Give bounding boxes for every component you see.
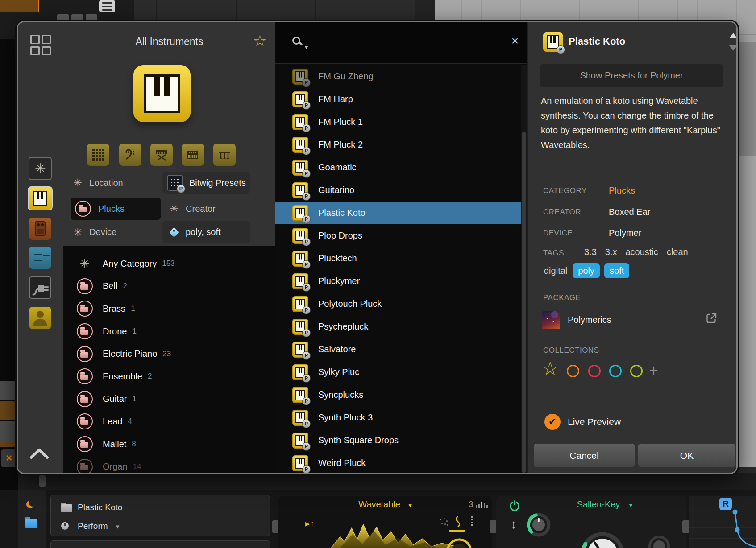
package-name[interactable]: Polymerics	[568, 315, 611, 325]
track-handle[interactable]	[39, 475, 46, 487]
category-item[interactable]: Bell2	[63, 275, 275, 298]
wavetable-header[interactable]: Wavetable ▾	[278, 499, 492, 510]
preset-list-item[interactable]: Syncplucks	[275, 383, 521, 406]
device-preset-name[interactable]: Plastic Koto	[78, 503, 122, 512]
preset-list-item[interactable]: FM Harp	[275, 88, 521, 111]
collapse-chevron-icon[interactable]	[28, 447, 51, 460]
category-item[interactable]: Electric Piano23	[63, 342, 275, 365]
category-item[interactable]: Drone1	[63, 320, 275, 343]
type-filter-bass-button[interactable]	[119, 144, 141, 166]
search-bar[interactable]: ▾ ×	[275, 22, 527, 64]
type-filter-keyboard-button[interactable]	[150, 144, 173, 166]
device-value[interactable]: Polymer	[609, 228, 641, 238]
category-item-any[interactable]: ✳ Any Category 153	[63, 252, 275, 275]
external-link-icon[interactable]	[705, 312, 718, 325]
show-presets-button[interactable]: Show Presets for Polymer	[540, 64, 723, 87]
line-mode-icon[interactable]	[471, 516, 473, 527]
ok-button[interactable]: OK	[638, 444, 735, 467]
updown-arrows-icon[interactable]: ↕	[511, 517, 517, 532]
preset-list-item[interactable]: Synth Pluck 3	[275, 406, 521, 429]
preset-list-item[interactable]: Weird Pluck	[275, 452, 521, 473]
close-icon[interactable]: ×	[511, 35, 519, 47]
cancel-button[interactable]: Cancel	[534, 444, 635, 467]
hamburger-menu-icon[interactable]	[99, 0, 115, 12]
results-scrollbar[interactable]	[521, 65, 527, 473]
collection-circle-orange[interactable]	[567, 365, 579, 377]
moon-icon[interactable]	[29, 499, 37, 507]
package-thumbnail[interactable]	[542, 311, 560, 329]
filter-header[interactable]: Sallen-Key ▾	[496, 499, 686, 510]
filter-title[interactable]: Sallen-Key	[577, 499, 620, 509]
filter-bitwig-presets-chip[interactable]: Bitwig Presets	[162, 172, 250, 194]
preset-list-item[interactable]: Polytouch Pluck	[275, 293, 521, 315]
close-panel-button[interactable]: ×	[1, 449, 17, 467]
background-mini-button[interactable]	[71, 14, 83, 21]
preset-list-item[interactable]: Plop Drops	[275, 224, 521, 247]
perform-caret-icon[interactable]: ▾	[116, 523, 120, 531]
next-preset-button[interactable]	[729, 45, 736, 51]
filter-tags-chip[interactable]: poly, soft	[162, 221, 250, 243]
tag[interactable]: 3.3	[584, 247, 597, 257]
rail-presets-button[interactable]	[29, 247, 51, 269]
perform-mode-label[interactable]: Perform	[78, 521, 108, 531]
category-item[interactable]: Organ14	[63, 455, 275, 473]
type-filter-pads-button[interactable]	[87, 144, 109, 166]
collection-star-icon[interactable]: ☆	[542, 359, 559, 378]
scrollbar-thumb[interactable]	[522, 132, 526, 473]
collection-circle-green[interactable]	[630, 365, 643, 377]
category-item[interactable]: Mallet8	[63, 433, 275, 456]
tag[interactable]: digital	[544, 266, 567, 276]
live-preview-checkbox[interactable]: ✔	[544, 414, 561, 430]
preset-list-item[interactable]: FM Pluck 1	[275, 111, 521, 133]
wavetable-knob[interactable]	[444, 538, 474, 548]
background-mini-button[interactable]	[86, 14, 97, 21]
category-item[interactable]: Guitar1	[63, 388, 275, 411]
tag[interactable]: acoustic	[626, 247, 658, 257]
type-filter-percussion-button[interactable]	[213, 144, 236, 166]
preset-list-item[interactable]: Guitarino	[275, 179, 521, 202]
category-value[interactable]: Plucks	[609, 185, 635, 196]
tag-active-chip[interactable]: soft	[604, 263, 629, 278]
filter-device[interactable]: ✳ Device	[73, 221, 116, 243]
category-item[interactable]: Ensemble2	[63, 365, 275, 388]
collection-circle-cyan[interactable]	[609, 365, 622, 377]
preset-list-item[interactable]: Plucktech	[275, 247, 521, 270]
preset-list-item[interactable]: Salvatore	[275, 338, 521, 361]
preset-list-item[interactable]: Goamatic	[275, 156, 521, 179]
add-collection-icon[interactable]: +	[649, 361, 658, 380]
search-caret-icon[interactable]: ▾	[305, 44, 308, 51]
rail-effects-button[interactable]	[29, 218, 51, 240]
filter-knob-extra[interactable]	[647, 534, 671, 548]
filter-caret-icon[interactable]: ▾	[629, 501, 633, 509]
preset-list-item[interactable]: Plastic Koto	[275, 202, 521, 224]
favorite-star-icon[interactable]: ☆	[253, 33, 266, 48]
wavetable-title[interactable]: Wavetable	[358, 499, 400, 509]
tag[interactable]: clean	[667, 247, 688, 257]
previous-preset-button[interactable]	[729, 33, 736, 38]
collection-circle-red[interactable]	[588, 365, 601, 377]
rail-plugins-button[interactable]	[29, 276, 51, 299]
voices-count[interactable]: 3	[469, 499, 474, 509]
spread-icon[interactable]	[438, 517, 448, 527]
browser-folder-icon[interactable]	[25, 519, 37, 528]
filter-knob-large[interactable]	[579, 531, 626, 548]
category-item[interactable]: Brass1	[63, 297, 275, 320]
preset-list-item[interactable]: Sylky Pluc	[275, 361, 521, 383]
filter-category-chip[interactable]: Plucks	[71, 198, 161, 220]
filter-location[interactable]: ✳ Location	[73, 172, 123, 194]
grid-view-icon[interactable]	[30, 35, 51, 55]
search-icon[interactable]	[292, 37, 300, 45]
device-header-box[interactable]: Plastic Koto Perform ▾	[50, 495, 270, 536]
tag-active-chip[interactable]: poly	[573, 263, 600, 278]
background-mini-button[interactable]	[57, 14, 69, 21]
rail-user-content-button[interactable]	[29, 307, 51, 329]
envelope-curve[interactable]	[689, 496, 756, 548]
preset-list-item[interactable]: FM Gu Zheng	[275, 65, 521, 88]
preset-list-item[interactable]: Pluckymer	[275, 270, 521, 293]
rail-any-type-button[interactable]: ✳	[29, 157, 52, 180]
keytrack-arrow-icon[interactable]: ▸↑	[305, 518, 314, 529]
tag[interactable]: 3.x	[605, 247, 617, 257]
category-item[interactable]: Lead4	[63, 410, 275, 433]
creator-value[interactable]: Boxed Ear	[609, 207, 650, 217]
preset-list-item[interactable]: FM Pluck 2	[275, 133, 521, 156]
